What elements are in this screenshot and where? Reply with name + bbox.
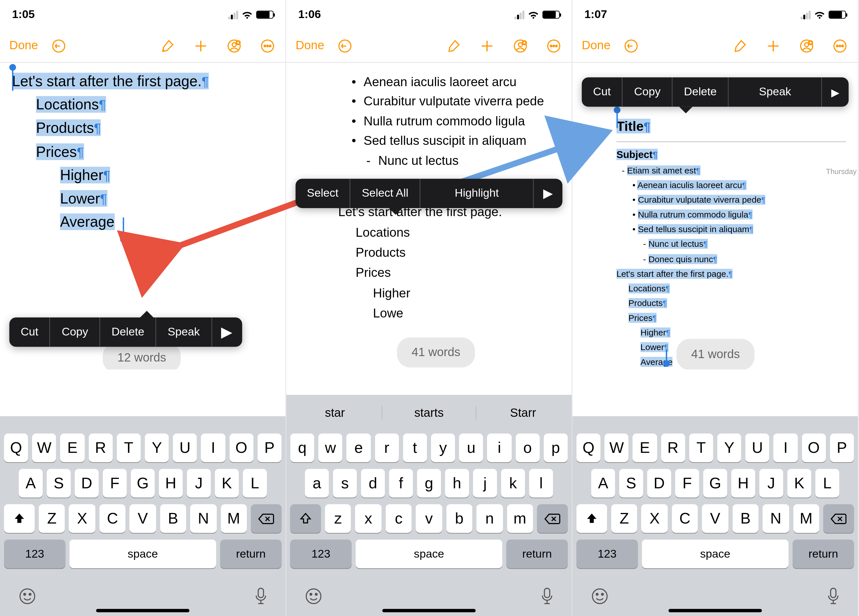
- text-line[interactable]: Prices: [356, 263, 560, 283]
- key-o[interactable]: o: [515, 434, 539, 462]
- select-all-button[interactable]: Select All: [350, 179, 421, 208]
- document-area[interactable]: Thursday Title¶ Subject¶ - Etiam sit ame…: [572, 63, 858, 370]
- cut-button[interactable]: Cut: [9, 317, 50, 347]
- key-p[interactable]: P: [830, 434, 854, 462]
- text-line[interactable]: Average: [60, 214, 114, 230]
- suggestion[interactable]: starts: [382, 406, 476, 420]
- plus-icon[interactable]: [478, 37, 496, 55]
- bullet-item[interactable]: Aenean iaculis laoreet arcu¶: [637, 180, 746, 190]
- key-m[interactable]: m: [507, 504, 533, 533]
- subject[interactable]: Subject¶: [617, 149, 658, 160]
- key-u[interactable]: U: [745, 434, 769, 462]
- key-d[interactable]: D: [647, 469, 671, 497]
- key-f[interactable]: f: [389, 469, 413, 497]
- key-v[interactable]: V: [702, 504, 728, 533]
- key-z[interactable]: z: [325, 504, 351, 533]
- key-k[interactable]: K: [787, 469, 811, 497]
- document-area[interactable]: Let's start after the first page.¶ Locat…: [0, 63, 286, 370]
- key-g[interactable]: G: [703, 469, 727, 497]
- key-c[interactable]: C: [672, 504, 698, 533]
- space-key[interactable]: space: [356, 540, 503, 568]
- key-w[interactable]: W: [604, 434, 628, 462]
- speak-button[interactable]: Speak: [156, 317, 212, 347]
- numbers-key[interactable]: 123: [576, 540, 638, 568]
- bullet-item[interactable]: Sed tellus suscipit in aliquam: [364, 131, 560, 151]
- key-g[interactable]: g: [417, 469, 441, 497]
- key-u[interactable]: U: [173, 434, 197, 462]
- suggestion[interactable]: Starr: [476, 406, 570, 420]
- text-line[interactable]: Let's start after the first page.¶: [12, 73, 209, 89]
- key-o[interactable]: O: [230, 434, 253, 462]
- collab-icon[interactable]: [512, 37, 529, 55]
- key-s[interactable]: S: [619, 469, 643, 497]
- key-l[interactable]: L: [243, 469, 267, 497]
- emoji-icon[interactable]: [304, 587, 323, 608]
- undo-icon[interactable]: [623, 37, 640, 55]
- mic-icon[interactable]: [540, 587, 554, 608]
- key-y[interactable]: y: [431, 434, 455, 462]
- key-n[interactable]: N: [762, 504, 789, 533]
- collab-icon[interactable]: [226, 37, 243, 55]
- key-l[interactable]: l: [529, 469, 553, 497]
- key-a[interactable]: A: [19, 469, 43, 497]
- emoji-icon[interactable]: [18, 587, 37, 608]
- shift-key[interactable]: [290, 504, 321, 533]
- text-line[interactable]: Products¶: [36, 120, 101, 136]
- key-l[interactable]: L: [815, 469, 839, 497]
- key-p[interactable]: p: [544, 434, 568, 462]
- bullet-item[interactable]: Curabitur vulputate viverra pede¶: [638, 195, 766, 205]
- key-x[interactable]: X: [641, 504, 668, 533]
- key-v[interactable]: V: [130, 504, 156, 533]
- mic-icon[interactable]: [254, 587, 268, 608]
- key-u[interactable]: u: [459, 434, 483, 462]
- mic-icon[interactable]: [827, 587, 840, 608]
- key-h[interactable]: H: [731, 469, 755, 497]
- highlight-button[interactable]: Highlight: [420, 179, 534, 208]
- text-line[interactable]: Higher¶: [640, 327, 670, 337]
- dash-item[interactable]: Donec quis nunc¶: [648, 254, 717, 264]
- key-y[interactable]: Y: [145, 434, 169, 462]
- key-c[interactable]: c: [386, 504, 412, 533]
- cut-button[interactable]: Cut: [582, 77, 623, 107]
- delete-button[interactable]: Delete: [100, 317, 156, 347]
- emoji-icon[interactable]: [590, 587, 609, 608]
- dash-item[interactable]: Nunc ut lectus¶: [648, 239, 708, 249]
- key-q[interactable]: q: [290, 434, 314, 462]
- key-g[interactable]: G: [131, 469, 155, 497]
- key-b[interactable]: b: [446, 504, 472, 533]
- done-button[interactable]: Done: [582, 39, 611, 53]
- title[interactable]: Title¶: [617, 119, 650, 133]
- key-i[interactable]: I: [773, 434, 797, 462]
- more-icon[interactable]: [259, 37, 276, 55]
- key-i[interactable]: i: [487, 434, 511, 462]
- key-x[interactable]: X: [69, 504, 95, 533]
- more-arrow-icon[interactable]: ▶: [534, 183, 562, 204]
- undo-icon[interactable]: [50, 37, 67, 55]
- key-s[interactable]: S: [47, 469, 71, 497]
- text-line[interactable]: Lower¶: [640, 342, 668, 352]
- key-r[interactable]: r: [375, 434, 399, 462]
- key-w[interactable]: W: [32, 434, 56, 462]
- key-t[interactable]: t: [403, 434, 427, 462]
- copy-button[interactable]: Copy: [50, 317, 100, 347]
- home-indicator[interactable]: [96, 609, 189, 612]
- key-f[interactable]: F: [103, 469, 127, 497]
- text-line[interactable]: Prices¶: [628, 313, 657, 323]
- key-p[interactable]: P: [258, 434, 281, 462]
- return-key[interactable]: return: [220, 540, 281, 568]
- more-icon[interactable]: [545, 37, 563, 55]
- text-line[interactable]: Lower¶: [60, 190, 107, 207]
- key-r[interactable]: R: [661, 434, 685, 462]
- key-a[interactable]: a: [305, 469, 329, 497]
- key-j[interactable]: j: [473, 469, 497, 497]
- done-button[interactable]: Done: [295, 39, 324, 53]
- text-line[interactable]: Let's start after the first page.¶: [617, 268, 733, 279]
- return-key[interactable]: return: [793, 540, 854, 568]
- home-indicator[interactable]: [382, 609, 476, 612]
- text-line[interactable]: Locations¶: [628, 283, 670, 293]
- bullet-item[interactable]: Nulla rutrum commodo ligula¶: [638, 209, 753, 220]
- key-k[interactable]: K: [215, 469, 239, 497]
- key-m[interactable]: M: [220, 504, 247, 533]
- shift-key[interactable]: [4, 504, 34, 533]
- key-z[interactable]: Z: [39, 504, 65, 533]
